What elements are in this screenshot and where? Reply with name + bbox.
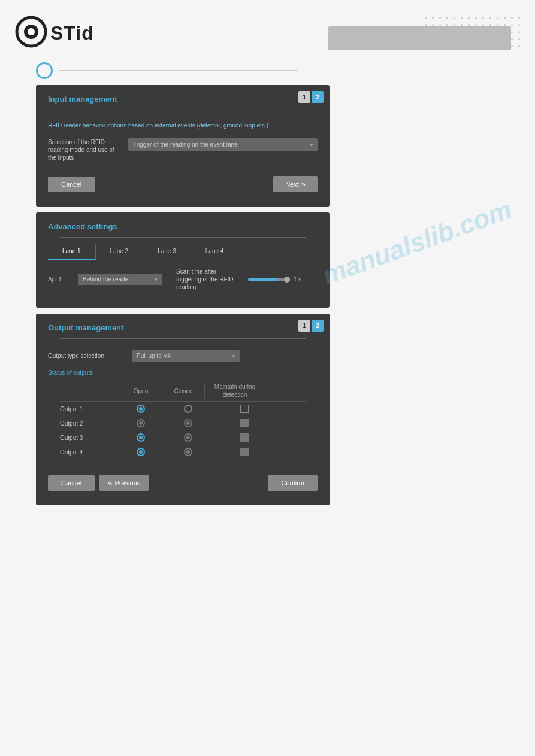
output-1-open-radio-btn[interactable] — [137, 405, 145, 413]
dot — [475, 17, 477, 19]
output-type-row: Output type selection Pull up to V4 ▼ — [36, 345, 330, 367]
dot — [511, 38, 513, 40]
output-type-select[interactable]: Pull up to V4 — [132, 350, 240, 362]
dot — [468, 24, 470, 26]
output-4-maintain-check[interactable] — [214, 448, 274, 456]
lane-3-tab[interactable]: Lane 3 — [143, 244, 191, 260]
dot — [518, 45, 520, 47]
watermark: manualslib.com — [319, 195, 516, 291]
output-step-1-badge: 1 — [298, 320, 310, 332]
output-4-open-radio[interactable] — [120, 448, 162, 456]
output-3-maintain-check[interactable] — [214, 433, 274, 442]
dot — [518, 31, 520, 33]
panel3-title: Output management — [48, 323, 318, 332]
output-3-closed-radio-btn[interactable] — [184, 433, 192, 442]
output-1-closed-radio-btn[interactable] — [184, 405, 192, 413]
output-2-closed-radio[interactable] — [167, 419, 209, 427]
output-1-label: Output 1 — [60, 406, 120, 412]
output-2-label: Output 2 — [60, 420, 120, 427]
dot — [475, 24, 477, 26]
previous-label: Previous — [114, 479, 140, 487]
output-4-closed-radio-btn[interactable] — [184, 448, 192, 456]
api-label: Api 1 — [48, 276, 72, 283]
output-1-maintain-check[interactable] — [214, 405, 274, 413]
confirm-button[interactable]: Confirm — [268, 475, 318, 491]
slider-thumb[interactable] — [284, 277, 290, 283]
rfid-mode-select[interactable]: Trigger of the reading on the event lane — [128, 138, 318, 151]
output-step-2-badge: 2 — [312, 320, 324, 332]
output-2-closed-radio-btn[interactable] — [184, 419, 192, 427]
dot — [518, 24, 520, 26]
status-section: Status of outputs Open Closed Maintain d… — [36, 367, 330, 459]
dot — [468, 17, 470, 19]
dot — [497, 17, 498, 19]
output-3-maintain-checkbox[interactable] — [240, 433, 249, 442]
output-2-maintain-check[interactable] — [214, 419, 274, 427]
lane-1-tab[interactable]: Lane 1 — [48, 244, 96, 260]
output-3-closed-radio[interactable] — [167, 433, 209, 442]
lanes-tabs: Lane 1 Lane 2 Lane 3 Lane 4 — [48, 244, 318, 260]
next-button[interactable]: Next » — [273, 176, 318, 192]
table-row: Output 3 — [60, 430, 306, 445]
output-4-open-radio-btn[interactable] — [137, 448, 145, 456]
output-4-maintain-checkbox[interactable] — [240, 448, 249, 456]
dot — [482, 17, 484, 19]
step-2-badge: 2 — [312, 91, 324, 103]
dot — [482, 24, 484, 26]
output-2-open-radio[interactable] — [120, 419, 162, 427]
dot — [489, 17, 491, 19]
dot — [439, 17, 441, 19]
dot — [511, 31, 513, 33]
output-2-maintain-checkbox[interactable] — [240, 419, 249, 427]
output-1-closed-radio[interactable] — [167, 405, 209, 413]
panel2-header: Advanced settings — [36, 212, 330, 244]
header-divider — [59, 70, 298, 71]
selection-row: Selection of the RFID reading mode and u… — [36, 132, 330, 168]
dot — [432, 17, 434, 19]
cancel-button-3[interactable]: Cancel — [48, 475, 95, 491]
lane-2-tab[interactable]: Lane 2 — [96, 244, 144, 260]
dot — [425, 24, 427, 26]
next-label: Next — [285, 181, 299, 188]
api-dropdown-wrapper[interactable]: Behind the reader ▼ — [78, 274, 162, 285]
stid-logo: STid — [12, 13, 114, 48]
input-management-panel: 1 2 Input management RFID reader behavio… — [36, 85, 330, 207]
output-1-maintain-checkbox[interactable] — [240, 405, 249, 413]
panel1-buttons: Cancel Next » — [36, 168, 330, 195]
output-3-open-radio[interactable] — [120, 433, 162, 442]
dot — [518, 38, 520, 40]
output-3-open-radio-btn[interactable] — [137, 433, 145, 442]
advanced-row: Api 1 Behind the reader ▼ Scan time afte… — [36, 260, 330, 298]
dot — [454, 24, 455, 26]
dot — [497, 24, 498, 26]
dot — [446, 24, 448, 26]
output-4-closed-radio[interactable] — [167, 448, 209, 456]
panel3-header: Output management — [36, 314, 330, 345]
output-2-open-radio-btn[interactable] — [137, 419, 145, 427]
slider-fill — [248, 278, 278, 281]
step-indicators-1: 1 2 — [298, 91, 324, 103]
slider-value: 1 s — [294, 276, 301, 283]
output-type-dropdown-wrapper[interactable]: Pull up to V4 ▼ — [132, 350, 240, 362]
dot — [511, 24, 513, 26]
rfid-mode-dropdown-wrapper[interactable]: Trigger of the reading on the event lane… — [128, 138, 318, 151]
dot — [439, 24, 441, 26]
slider-track[interactable] — [248, 278, 290, 281]
lane-4-tab[interactable]: Lane 4 — [191, 244, 238, 260]
dot — [511, 45, 513, 47]
dot — [511, 17, 513, 19]
dot — [518, 17, 520, 19]
dot — [504, 17, 506, 19]
previous-button[interactable]: « Previous — [99, 475, 149, 491]
cancel-button-1[interactable]: Cancel — [48, 177, 95, 192]
slider-wrapper: 1 s — [248, 276, 301, 283]
table-row: Output 2 — [60, 416, 306, 430]
dot — [489, 24, 491, 26]
dot — [461, 24, 463, 26]
output-1-open-radio[interactable] — [120, 405, 162, 413]
next-chevron-icon: » — [301, 180, 306, 188]
panel1-divider — [60, 110, 306, 110]
api-position-select[interactable]: Behind the reader — [78, 274, 162, 285]
svg-text:STid: STid — [50, 22, 94, 44]
table-row: Output 1 — [60, 402, 306, 416]
